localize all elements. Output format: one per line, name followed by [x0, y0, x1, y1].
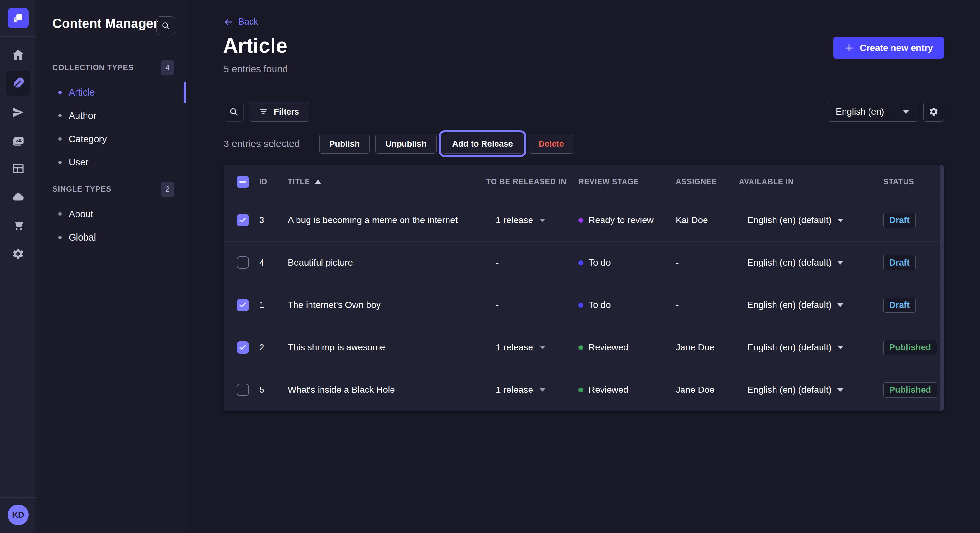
column-header-assignee[interactable]: ASSIGNEE — [676, 178, 739, 186]
status-badge: Published — [883, 340, 937, 355]
column-header-title-label: TITLE — [288, 178, 310, 186]
bullet-icon — [58, 213, 62, 216]
create-new-entry-button[interactable]: Create new entry — [833, 37, 944, 59]
section-count-badge[interactable]: 2 — [161, 182, 174, 197]
entries-table: ID TITLE TO BE RELEASED IN REVIEW STAGE … — [224, 165, 944, 411]
stage-dot-icon — [579, 345, 583, 350]
filters-button[interactable]: Filters — [249, 102, 309, 122]
status-badge: Draft — [883, 255, 915, 270]
table-row[interactable]: 1 The internet's Own boy - To do - Engli… — [224, 284, 944, 326]
search-icon — [229, 107, 238, 116]
cell-release[interactable]: 1 release — [486, 215, 579, 225]
column-header-title[interactable]: TITLE — [288, 178, 486, 186]
sidebar-item-user[interactable]: User — [36, 151, 186, 174]
release-value: - — [496, 257, 499, 268]
nav-content-type-builder[interactable] — [0, 154, 36, 183]
cell-review-stage: Reviewed — [579, 342, 676, 353]
table-row[interactable]: 2 This shrimp is awesome 1 release Revie… — [224, 326, 944, 368]
locale-label: English (en) (default) — [747, 215, 832, 225]
row-checkbox[interactable] — [237, 257, 249, 269]
sidebar-item-label: Author — [69, 110, 96, 121]
table-header-row: ID TITLE TO BE RELEASED IN REVIEW STAGE … — [224, 165, 944, 199]
sidebar-item-category[interactable]: Category — [36, 127, 186, 151]
cell-release[interactable]: 1 release — [486, 342, 579, 353]
check-icon — [239, 344, 247, 351]
selection-bar: 3 entries selected Publish Unpublish Add… — [224, 134, 579, 154]
chevron-down-icon — [539, 346, 546, 349]
locale-select[interactable]: English (en) — [827, 102, 918, 122]
stage-label: To do — [589, 257, 611, 268]
row-checkbox[interactable] — [237, 341, 249, 354]
sidebar-item-article[interactable]: Article — [36, 81, 186, 104]
nav-home[interactable] — [0, 40, 36, 69]
cell-assignee: Jane Doe — [676, 385, 739, 395]
cell-title: A bug is becoming a meme on the internet — [288, 215, 486, 225]
cell-review-stage: To do — [579, 257, 676, 268]
subnav-search-button[interactable] — [156, 16, 175, 35]
cell-available-in[interactable]: English (en) (default) — [739, 300, 880, 310]
table-row[interactable]: 5 What's inside a Black Hole 1 release R… — [224, 368, 944, 411]
stage-label: To do — [589, 300, 611, 310]
check-icon — [239, 301, 247, 309]
column-header-release[interactable]: TO BE RELEASED IN — [486, 178, 579, 186]
sidebar-item-author[interactable]: Author — [36, 104, 186, 127]
cell-available-in[interactable]: English (en) (default) — [739, 215, 880, 225]
bullet-icon — [58, 236, 62, 239]
cell-available-in[interactable]: English (en) (default) — [739, 257, 880, 268]
nav-settings[interactable] — [0, 240, 36, 268]
sidebar-item-label: About — [69, 209, 93, 219]
section-count-badge[interactable]: 4 — [161, 60, 174, 75]
back-link[interactable]: Back — [224, 17, 258, 27]
stage-dot-icon — [579, 388, 583, 392]
user-avatar[interactable]: KD — [8, 504, 29, 525]
select-all-checkbox[interactable] — [237, 176, 249, 188]
stage-label: Ready to review — [589, 215, 654, 225]
cell-id: 1 — [259, 300, 288, 310]
stage-label: Reviewed — [589, 385, 628, 395]
paper-plane-icon — [12, 106, 25, 119]
nav-cloud[interactable] — [0, 182, 36, 211]
sidebar-item-about[interactable]: About — [36, 202, 186, 226]
gear-icon — [12, 247, 25, 260]
sidebar-item-label: User — [69, 157, 89, 168]
column-header-status[interactable]: STATUS — [880, 178, 944, 186]
section-label: COLLECTION TYPES — [52, 63, 134, 72]
plus-icon — [844, 43, 854, 53]
nav-media-library[interactable] — [0, 126, 36, 155]
cell-release[interactable]: 1 release — [486, 385, 579, 395]
cell-available-in[interactable]: English (en) (default) — [739, 342, 880, 353]
strapi-logo[interactable] — [8, 8, 29, 29]
column-header-available[interactable]: AVAILABLE IN — [739, 178, 880, 186]
row-checkbox[interactable] — [237, 299, 249, 311]
column-header-id[interactable]: ID — [259, 178, 288, 186]
table-row[interactable]: 3 A bug is becoming a meme on the intern… — [224, 199, 944, 241]
locale-value: English (en) — [836, 106, 884, 117]
row-checkbox[interactable] — [237, 384, 249, 396]
table-row[interactable]: 4 Beautiful picture - To do - English (e… — [224, 241, 944, 284]
view-settings-button[interactable] — [923, 102, 944, 122]
add-to-release-button[interactable]: Add to Release — [442, 134, 523, 154]
nav-content-manager[interactable] — [0, 69, 36, 97]
status-badge: Published — [883, 382, 937, 398]
unpublish-button[interactable]: Unpublish — [375, 134, 436, 154]
cell-title: This shrimp is awesome — [288, 342, 486, 353]
subnav-title: Content Manager — [52, 16, 159, 31]
chevron-down-icon — [902, 110, 910, 114]
entries-count: 5 entries found — [224, 63, 288, 75]
nav-releases[interactable] — [0, 98, 36, 127]
cell-available-in[interactable]: English (en) (default) — [739, 385, 880, 395]
table-scrollbar[interactable] — [940, 165, 944, 411]
create-button-label: Create new entry — [860, 43, 933, 53]
publish-button[interactable]: Publish — [319, 134, 370, 154]
nav-marketplace[interactable] — [0, 211, 36, 239]
column-header-stage[interactable]: REVIEW STAGE — [579, 178, 676, 186]
cell-assignee: Jane Doe — [676, 342, 739, 353]
row-checkbox[interactable] — [237, 214, 249, 226]
sidebar-item-label: Article — [69, 87, 95, 98]
table-search-button[interactable] — [224, 102, 244, 122]
delete-button[interactable]: Delete — [528, 134, 574, 154]
locale-label: English (en) (default) — [747, 300, 832, 310]
sidebar-item-global[interactable]: Global — [36, 226, 186, 249]
bullet-icon — [58, 90, 62, 94]
filter-icon — [259, 107, 268, 116]
